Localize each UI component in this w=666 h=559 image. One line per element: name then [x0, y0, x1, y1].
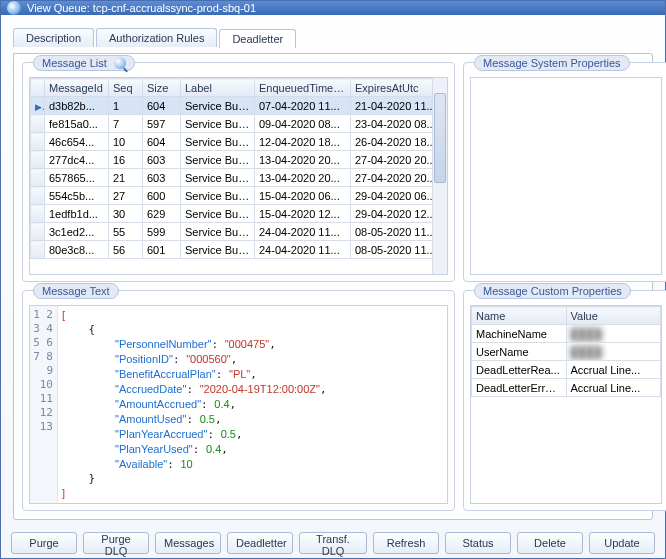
cell[interactable]: Service Bus... [181, 115, 255, 133]
cell[interactable]: 07-04-2020 11... [255, 97, 351, 115]
table-row[interactable]: 46c654...10604Service Bus...12-04-2020 1… [31, 133, 447, 151]
message-text-legend: Message Text [33, 283, 119, 299]
table-row[interactable]: 657865...21603Service Bus...13-04-2020 2… [31, 169, 447, 187]
purge-button[interactable]: Purge [11, 532, 77, 554]
table-row[interactable]: 277dc4...16603Service Bus...13-04-2020 2… [31, 151, 447, 169]
table-row[interactable]: 1edfb1d...30629Service Bus...15-04-2020 … [31, 205, 447, 223]
message-list-scrollbar[interactable] [432, 78, 447, 274]
row-header[interactable] [31, 223, 45, 241]
cell[interactable]: 24-04-2020 11... [255, 223, 351, 241]
cell[interactable]: 16 [109, 151, 143, 169]
cell[interactable]: 10 [109, 133, 143, 151]
cell[interactable]: 46c654... [45, 133, 109, 151]
table-row[interactable]: 3c1ed2...55599Service Bus...24-04-2020 1… [31, 223, 447, 241]
cell[interactable]: 3c1ed2... [45, 223, 109, 241]
tab-deadletter[interactable]: Deadletter [219, 29, 296, 48]
scrollbar-thumb[interactable] [434, 93, 446, 183]
cell[interactable]: Service Bus... [181, 187, 255, 205]
cell[interactable]: 15-04-2020 06... [255, 187, 351, 205]
row-header[interactable] [31, 133, 45, 151]
table-row[interactable]: MachineName████ [472, 325, 661, 343]
table-row[interactable]: fe815a0...7597Service Bus...09-04-2020 0… [31, 115, 447, 133]
column-header[interactable]: Value [566, 307, 661, 325]
cell[interactable]: 1edfb1d... [45, 205, 109, 223]
cell[interactable]: Service Bus... [181, 151, 255, 169]
row-header[interactable] [31, 205, 45, 223]
cell[interactable]: 09-04-2020 08... [255, 115, 351, 133]
row-header[interactable] [31, 97, 45, 115]
cell[interactable]: 80e3c8... [45, 241, 109, 259]
status-button[interactable]: Status [445, 532, 511, 554]
transf-dlq-button[interactable]: Transf. DLQ [299, 532, 367, 554]
message-list-grid[interactable]: MessageIdSeqSizeLabelEnqueuedTimeUtcExpi… [29, 77, 448, 275]
cell[interactable]: 601 [143, 241, 181, 259]
column-header[interactable]: MessageId [45, 79, 109, 97]
tab-authorization-rules[interactable]: Authorization Rules [96, 28, 217, 47]
tab-description[interactable]: Description [13, 28, 94, 47]
cell: ████ [566, 325, 661, 343]
cell[interactable]: 597 [143, 115, 181, 133]
cell[interactable]: 554c5b... [45, 187, 109, 205]
cell[interactable]: 7 [109, 115, 143, 133]
table-row[interactable]: 554c5b...27600Service Bus...15-04-2020 0… [31, 187, 447, 205]
cell[interactable]: Service Bus... [181, 223, 255, 241]
cell[interactable]: 15-04-2020 12... [255, 205, 351, 223]
column-header[interactable]: Size [143, 79, 181, 97]
cell[interactable]: Service Bus... [181, 97, 255, 115]
delete-button[interactable]: Delete [517, 532, 583, 554]
cell[interactable]: 1 [109, 97, 143, 115]
row-header[interactable] [31, 187, 45, 205]
row-header[interactable] [31, 151, 45, 169]
column-header[interactable]: Seq [109, 79, 143, 97]
table-row[interactable]: d3b82b...1604Service Bus...07-04-2020 11… [31, 97, 447, 115]
cell[interactable]: 277dc4... [45, 151, 109, 169]
table-row[interactable]: DeadLetterError...Accrual Line... [472, 379, 661, 397]
row-header[interactable] [31, 241, 45, 259]
search-icon[interactable] [114, 57, 126, 69]
cell[interactable]: 13-04-2020 20... [255, 169, 351, 187]
column-header[interactable]: Label [181, 79, 255, 97]
cell[interactable]: 599 [143, 223, 181, 241]
column-header[interactable]: EnqueuedTimeUtc [255, 79, 351, 97]
cell[interactable]: 21 [109, 169, 143, 187]
cell[interactable]: 30 [109, 205, 143, 223]
window-frame: View Queue: tcp-cnf-accrualssync-prod-sb… [0, 0, 666, 559]
cell[interactable]: 600 [143, 187, 181, 205]
cell[interactable]: Service Bus... [181, 133, 255, 151]
cell[interactable]: 13-04-2020 20... [255, 151, 351, 169]
purge-dlq-button[interactable]: Purge DLQ [83, 532, 149, 554]
cell[interactable]: d3b82b... [45, 97, 109, 115]
cell[interactable]: 24-04-2020 11... [255, 241, 351, 259]
deadletter-button[interactable]: Deadletter [227, 532, 293, 554]
update-button[interactable]: Update [589, 532, 655, 554]
tab-panel-deadletter: Message List MessageIdSeqSizeLabelEnqueu… [13, 53, 653, 520]
cell[interactable]: 27 [109, 187, 143, 205]
message-text-editor[interactable]: 1 2 3 4 5 6 7 8 9 10 11 12 13 [ { "Perso… [29, 305, 448, 504]
cell[interactable]: Service Bus... [181, 169, 255, 187]
cell[interactable]: Service Bus... [181, 241, 255, 259]
cell[interactable]: 55 [109, 223, 143, 241]
cell[interactable]: 603 [143, 169, 181, 187]
editor-code[interactable]: [ { "PersonnelNumber": "000475", "Positi… [58, 306, 447, 503]
message-list-table[interactable]: MessageIdSeqSizeLabelEnqueuedTimeUtcExpi… [30, 78, 447, 259]
button-bar: PurgePurge DLQMessagesDeadletterTransf. … [1, 526, 665, 559]
custom-properties-table[interactable]: NameValueMachineName████UserName████Dead… [471, 306, 661, 397]
cell[interactable]: 56 [109, 241, 143, 259]
cell[interactable]: 12-04-2020 18... [255, 133, 351, 151]
refresh-button[interactable]: Refresh [373, 532, 439, 554]
cell[interactable]: Service Bus... [181, 205, 255, 223]
messages-button[interactable]: Messages [155, 532, 221, 554]
cell[interactable]: fe815a0... [45, 115, 109, 133]
cell[interactable]: 657865... [45, 169, 109, 187]
table-row[interactable]: UserName████ [472, 343, 661, 361]
row-header[interactable] [31, 169, 45, 187]
table-row[interactable]: DeadLetterRea...Accrual Line... [472, 361, 661, 379]
row-header[interactable] [31, 115, 45, 133]
column-header[interactable]: Name [472, 307, 567, 325]
titlebar[interactable]: View Queue: tcp-cnf-accrualssync-prod-sb… [1, 1, 665, 15]
cell[interactable]: 604 [143, 97, 181, 115]
cell[interactable]: 629 [143, 205, 181, 223]
cell[interactable]: 604 [143, 133, 181, 151]
table-row[interactable]: 80e3c8...56601Service Bus...24-04-2020 1… [31, 241, 447, 259]
cell[interactable]: 603 [143, 151, 181, 169]
